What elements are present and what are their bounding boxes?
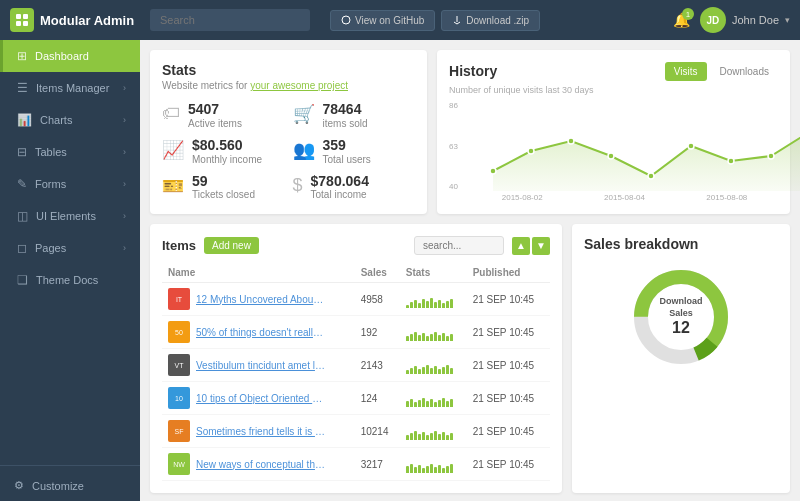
mini-bar xyxy=(450,299,453,308)
mini-bar xyxy=(414,366,417,374)
item-stats xyxy=(400,349,467,382)
stat-item: 🏷 5407 Active items xyxy=(162,101,285,129)
mini-bars xyxy=(406,290,461,308)
stats-subtitle-link[interactable]: your awesome project xyxy=(250,80,348,91)
table-header-col: Name xyxy=(162,263,355,283)
stat-icon: 📈 xyxy=(162,139,184,161)
mini-bar xyxy=(446,401,449,407)
mini-bar xyxy=(406,401,409,407)
item-name-wrapper: NWNew ways of conceptual thinking xyxy=(168,453,328,475)
sidebar-item-items-manager[interactable]: ☰ Items Manager › xyxy=(0,72,140,104)
item-name[interactable]: Sometimes friend tells it is cold xyxy=(196,426,326,437)
item-name[interactable]: 50% of things doesn't really belong... xyxy=(196,327,326,338)
stat-value: 78464 xyxy=(323,101,368,118)
table-header-col: Stats xyxy=(400,263,467,283)
mini-bar xyxy=(434,467,437,473)
mini-bar xyxy=(422,432,425,440)
chart-area: 866340 xyxy=(449,101,778,191)
sort-down-button[interactable]: ▼ xyxy=(532,237,550,255)
sidebar-item-left: ☰ Items Manager xyxy=(17,81,109,95)
sidebar-item-ui-elements[interactable]: ◫ UI Elements › xyxy=(0,200,140,232)
main-content: Stats Website metrics for your awesome p… xyxy=(140,40,800,501)
item-thumb: IT xyxy=(168,288,190,310)
user-menu[interactable]: JD John Doe ▾ xyxy=(700,7,790,33)
chart-dot xyxy=(688,143,694,149)
table-header-col: Sales xyxy=(355,263,400,283)
item-sales: 10214 xyxy=(355,415,400,448)
brand: Modular Admin xyxy=(10,8,140,32)
sidebar-item-charts[interactable]: 📊 Charts › xyxy=(0,104,140,136)
mini-bar xyxy=(410,368,413,374)
mini-bar xyxy=(410,302,413,308)
mini-bar xyxy=(434,402,437,407)
mini-bar xyxy=(450,433,453,440)
item-stats xyxy=(400,316,467,349)
sidebar-item-left: ✎ Forms xyxy=(17,177,66,191)
item-name[interactable]: Vestibulum tincidunt amet laoreet... xyxy=(196,360,326,371)
donut-chart: Download Sales 12 xyxy=(626,262,736,372)
item-sales: 3217 xyxy=(355,448,400,481)
sidebar-item-tables[interactable]: ⊟ Tables › xyxy=(0,136,140,168)
item-name[interactable]: 10 tips of Object Oriented Design xyxy=(196,393,326,404)
item-name-cell: 1010 tips of Object Oriented Design xyxy=(162,382,355,415)
svg-rect-0 xyxy=(16,14,21,19)
chevron-icon: › xyxy=(123,179,126,189)
search-input[interactable] xyxy=(150,9,310,31)
sidebar-item-forms[interactable]: ✎ Forms › xyxy=(0,168,140,200)
chevron-icon: › xyxy=(123,147,126,157)
item-thumb: NW xyxy=(168,453,190,475)
item-thumb: 50 xyxy=(168,321,190,343)
stat-value: 59 xyxy=(192,173,255,190)
mini-bar xyxy=(430,464,433,473)
mini-bar xyxy=(450,399,453,407)
mini-bar xyxy=(430,433,433,440)
topnav: Modular Admin View on GitHub Download .z… xyxy=(0,0,800,40)
sidebar-item-customize[interactable]: ⚙ Customize xyxy=(0,470,140,501)
stat-icon: 🏷 xyxy=(162,103,180,124)
stat-content: 78464 items sold xyxy=(323,101,368,129)
sidebar-item-pages[interactable]: ◻ Pages › xyxy=(0,232,140,264)
item-name[interactable]: New ways of conceptual thinking xyxy=(196,459,326,470)
history-header: History VisitsDownloads xyxy=(449,62,778,81)
item-published: 21 SEP 10:45 xyxy=(467,316,550,349)
items-title: Items xyxy=(162,238,196,253)
mini-bar xyxy=(418,303,421,308)
sidebar-item-dashboard[interactable]: ⊞ Dashboard xyxy=(0,40,140,72)
mini-bar xyxy=(426,336,429,341)
mini-bars xyxy=(406,323,461,341)
mini-bar xyxy=(406,435,409,440)
sidebar-icon-ui-elements: ◫ xyxy=(17,209,28,223)
chart-dot xyxy=(528,148,534,154)
add-new-button[interactable]: Add new xyxy=(204,237,259,254)
brand-name: Modular Admin xyxy=(40,13,134,28)
sidebar-label-theme-docs: Theme Docs xyxy=(36,274,98,286)
customize-icon: ⚙ xyxy=(14,479,24,492)
item-name[interactable]: 12 Myths Uncovered About IT & Sof... xyxy=(196,294,326,305)
stat-content: $780.064 Total income xyxy=(311,173,369,201)
notifications[interactable]: 🔔 1 xyxy=(673,12,690,28)
mini-bar xyxy=(422,299,425,308)
sidebar-icon-tables: ⊟ xyxy=(17,145,27,159)
sidebar-item-theme-docs[interactable]: ❑ Theme Docs xyxy=(0,264,140,296)
tab-visits[interactable]: Visits xyxy=(665,62,707,81)
mini-bar xyxy=(442,303,445,308)
download-button[interactable]: Download .zip xyxy=(441,10,540,31)
mini-bar xyxy=(422,333,425,341)
sort-up-button[interactable]: ▲ xyxy=(512,237,530,255)
item-sales: 4958 xyxy=(355,283,400,316)
chart-y-label: 40 xyxy=(449,182,469,191)
user-chevron-icon: ▾ xyxy=(785,15,790,25)
items-card: Items Add new ▲ ▼ NameSalesStatsPublishe… xyxy=(150,224,562,493)
chart-dot xyxy=(490,168,496,174)
sidebar-icon-items-manager: ☰ xyxy=(17,81,28,95)
mini-bar xyxy=(438,335,441,341)
sidebar-icon-forms: ✎ xyxy=(17,177,27,191)
table-row: 1010 tips of Object Oriented Design12421… xyxy=(162,382,550,415)
chart-dot xyxy=(648,173,654,179)
mini-bar xyxy=(414,431,417,440)
history-card: History VisitsDownloads Number of unique… xyxy=(437,50,790,214)
github-button[interactable]: View on GitHub xyxy=(330,10,435,31)
tab-downloads[interactable]: Downloads xyxy=(711,62,778,81)
items-search-input[interactable] xyxy=(414,236,504,255)
mini-bar xyxy=(410,433,413,440)
